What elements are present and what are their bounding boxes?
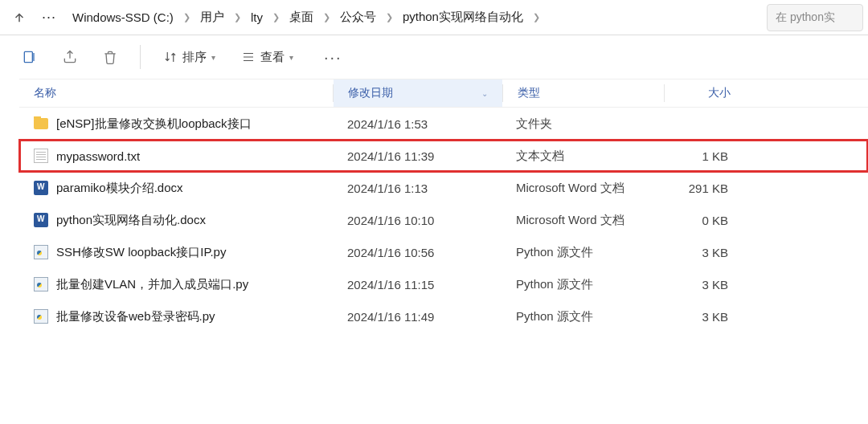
up-button[interactable] xyxy=(5,3,34,32)
breadcrumb-item[interactable]: lty xyxy=(243,7,271,27)
chevron-right-icon: ❯ xyxy=(182,12,192,22)
file-type: 文件夹 xyxy=(502,116,662,132)
column-header-date[interactable]: 修改日期 ⌄ xyxy=(334,80,502,107)
file-type: Python 源文件 xyxy=(502,245,662,260)
column-header-type[interactable]: 类型 xyxy=(503,80,664,107)
file-type: Microsoft Word 文档 xyxy=(502,213,662,228)
file-list: [eNSP]批量修改交换机loopback接口2024/1/16 1:53文件夹… xyxy=(19,108,868,332)
chevron-down-icon: ▾ xyxy=(289,53,293,62)
file-name: 批量修改设备web登录密码.py xyxy=(56,309,215,324)
breadcrumb-items: Windows-SSD (C:)❯用户❯lty❯桌面❯公众号❯python实现网… xyxy=(64,6,531,28)
address-bar: ··· Windows-SSD (C:)❯用户❯lty❯桌面❯公众号❯pytho… xyxy=(0,0,868,35)
file-size: 0 KB xyxy=(662,214,743,227)
file-name-cell: paramiko模块介绍.docx xyxy=(19,181,333,196)
docx-icon xyxy=(34,181,48,195)
chevron-right-icon: ❯ xyxy=(531,12,542,22)
file-size: 291 KB xyxy=(662,181,743,195)
view-icon xyxy=(241,50,256,64)
sort-icon xyxy=(163,50,178,64)
file-name: paramiko模块介绍.docx xyxy=(56,181,183,196)
chevron-down-icon: ▾ xyxy=(211,53,215,62)
file-name-cell: [eNSP]批量修改交换机loopback接口 xyxy=(19,116,333,132)
file-row[interactable]: SSH修改SW loopback接口IP.py2024/1/16 10:56Py… xyxy=(19,236,868,268)
more-button[interactable]: ··· xyxy=(311,48,355,67)
breadcrumb-item[interactable]: 用户 xyxy=(192,6,232,28)
sort-dropdown[interactable]: 排序 ▾ xyxy=(155,42,223,72)
file-size: 3 KB xyxy=(662,310,743,324)
file-date: 2024/1/16 11:39 xyxy=(333,149,502,163)
file-date: 2024/1/16 1:53 xyxy=(333,117,502,131)
txt-icon xyxy=(34,149,48,163)
chevron-right-icon: ❯ xyxy=(271,12,281,22)
file-row[interactable]: 批量创建VLAN，并加入成员端口.py2024/1/16 11:15Python… xyxy=(19,268,868,300)
toolbar-divider xyxy=(140,45,141,69)
column-header-name[interactable]: 名称 xyxy=(19,80,333,107)
share-button[interactable] xyxy=(55,42,85,72)
folder-icon xyxy=(34,118,48,129)
search-input[interactable]: 在 python实 xyxy=(767,4,863,31)
file-row[interactable]: 批量修改设备web登录密码.py2024/1/16 11:49Python 源文… xyxy=(19,300,868,332)
file-date: 2024/1/16 10:10 xyxy=(333,214,502,227)
py-icon xyxy=(34,309,48,324)
sort-label: 排序 xyxy=(182,50,207,65)
breadcrumb: ··· Windows-SSD (C:)❯用户❯lty❯桌面❯公众号❯pytho… xyxy=(5,3,759,32)
file-row[interactable]: python实现网络自动化.docx2024/1/16 10:10Microso… xyxy=(19,204,868,236)
file-name: SSH修改SW loopback接口IP.py xyxy=(56,245,226,260)
search-placeholder: 在 python实 xyxy=(776,10,835,25)
file-date: 2024/1/16 10:56 xyxy=(333,246,502,259)
svg-rect-0 xyxy=(24,51,32,62)
chevron-right-icon: ❯ xyxy=(384,12,395,22)
rename-button[interactable] xyxy=(14,42,45,72)
breadcrumb-item[interactable]: Windows-SSD (C:) xyxy=(64,7,182,27)
file-name-cell: 批量修改设备web登录密码.py xyxy=(19,309,333,324)
view-dropdown[interactable]: 查看 ▾ xyxy=(233,42,301,72)
view-label: 查看 xyxy=(260,50,285,65)
file-size: 3 KB xyxy=(662,278,743,292)
file-date: 2024/1/16 1:13 xyxy=(333,181,502,195)
toolbar: 排序 ▾ 查看 ▾ ··· xyxy=(0,35,868,79)
column-header-row: 名称 修改日期 ⌄ 类型 大小 xyxy=(19,79,868,108)
file-name: mypassword.txt xyxy=(56,149,140,163)
file-name-cell: 批量创建VLAN，并加入成员端口.py xyxy=(19,277,333,292)
chevron-right-icon: ❯ xyxy=(232,12,243,22)
py-icon xyxy=(34,277,48,292)
file-type: Python 源文件 xyxy=(502,277,662,292)
file-size: 3 KB xyxy=(662,246,743,259)
file-row[interactable]: paramiko模块介绍.docx2024/1/16 1:13Microsoft… xyxy=(19,172,868,204)
file-type: Python 源文件 xyxy=(502,309,662,324)
file-name: [eNSP]批量修改交换机loopback接口 xyxy=(56,116,252,132)
file-type: Microsoft Word 文档 xyxy=(502,181,662,196)
py-icon xyxy=(34,245,48,259)
delete-button[interactable] xyxy=(95,42,125,72)
file-date: 2024/1/16 11:49 xyxy=(333,310,502,324)
file-name: 批量创建VLAN，并加入成员端口.py xyxy=(56,277,248,292)
file-size: 1 KB xyxy=(662,149,743,163)
sort-indicator-icon: ⌄ xyxy=(481,89,488,98)
breadcrumb-item[interactable]: 公众号 xyxy=(332,6,384,28)
docx-icon xyxy=(34,213,48,227)
file-name-cell: python实现网络自动化.docx xyxy=(19,213,333,228)
file-type: 文本文档 xyxy=(502,149,662,164)
column-header-size[interactable]: 大小 xyxy=(665,80,745,107)
file-name: python实现网络自动化.docx xyxy=(56,213,206,228)
file-date: 2024/1/16 11:15 xyxy=(333,278,502,292)
file-name-cell: mypassword.txt xyxy=(19,149,333,163)
column-header-date-label: 修改日期 xyxy=(348,86,393,100)
file-row[interactable]: [eNSP]批量修改交换机loopback接口2024/1/16 1:53文件夹 xyxy=(19,108,868,140)
chevron-right-icon: ❯ xyxy=(321,12,332,22)
breadcrumb-overflow[interactable]: ··· xyxy=(34,9,64,26)
file-name-cell: SSH修改SW loopback接口IP.py xyxy=(19,245,333,260)
file-row[interactable]: mypassword.txt2024/1/16 11:39文本文档1 KB xyxy=(19,140,868,172)
breadcrumb-item[interactable]: 桌面 xyxy=(281,6,321,28)
breadcrumb-item[interactable]: python实现网络自动化 xyxy=(395,6,531,28)
